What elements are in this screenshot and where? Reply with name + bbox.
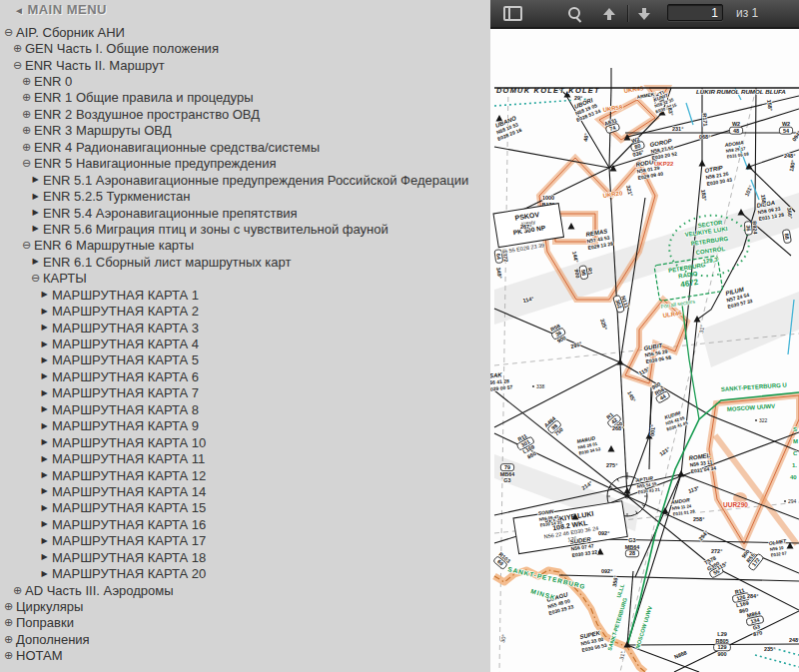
map-label: UUR290 [723,501,748,508]
expand-icon[interactable]: ⊕ [11,585,24,596]
tree-item[interactable]: ⊖КАРТЫ [0,271,490,287]
spot-elevation-dot [532,385,534,387]
tree-item-label: МАРШРУТНАЯ КАРТА 5 [51,352,199,367]
collapse-icon[interactable]: ⊖ [20,158,33,169]
tree-item[interactable]: ⊕AD Часть III. Аэродромы [0,582,490,598]
map-label: 267° [520,224,531,230]
tree-item[interactable]: ▶ENR 5.6 Миграция птиц и зоны с чувствит… [0,221,490,237]
tree-item[interactable]: ▶МАРШРУТНАЯ КАРТА 18 [0,549,490,565]
tree-item-label: МАРШРУТНАЯ КАРТА 20 [51,566,206,581]
tree-item[interactable]: ▶МАРШРУТНАЯ КАРТА 5 [0,352,490,368]
tree-item[interactable]: ⊕Дополнения [0,631,490,647]
tree-item[interactable]: ▶МАРШРУТНАЯ КАРТА 16 [0,516,490,532]
tree-item[interactable]: ⊕НОТАМ [0,648,490,664]
route-badge: B92436 [744,221,758,236]
tree-item[interactable]: ⊕Циркуляры [0,598,490,614]
tree-item[interactable]: ⊕ENR 1 Общие правила и процедуры [0,90,490,106]
map-label: S [793,426,797,432]
tree-item[interactable]: ⊕ENR 2 Воздушное пространство ОВД [0,106,490,122]
tree-item[interactable]: ▶МАРШРУТНАЯ КАРТА 9 [0,418,490,434]
tree-item[interactable]: ▶МАРШРУТНАЯ КАРТА 12 [0,467,490,483]
badge-text: 900 [717,651,726,657]
collapse-icon[interactable]: ⊖ [11,60,24,71]
map-label: 248° [784,153,795,159]
tree-item-label: МАРШРУТНАЯ КАРТА 4 [51,336,199,351]
tree-item[interactable]: ▶МАРШРУТНАЯ КАРТА 6 [0,368,490,384]
badge-text: 28 [629,550,635,556]
document-page[interactable]: A83174W280W248W254R198900R5838900900R584… [490,29,799,672]
tree-item[interactable]: ⊕GEN Часть I. Общие положения [0,40,490,56]
next-page-button[interactable] [631,0,657,27]
map-label: 001° [649,424,656,436]
tree-item[interactable]: ▶МАРШРУТНАЯ КАРТА 2 [0,303,490,319]
tree-item-label: МАРШРУТНАЯ КАРТА 8 [51,402,199,417]
tree-item-label: ENR 1 Общие правила и процедуры [33,90,253,105]
tree-item[interactable]: ▶МАРШРУТНАЯ КАРТА 17 [0,533,490,549]
leaf-arrow-icon: ▶ [38,487,51,495]
page-number-input[interactable] [667,4,723,21]
arrow-down-icon [637,7,651,21]
map-label: 068° [699,134,710,140]
tree-item[interactable]: ⊕ENR 4 Радионавигационные средства/систе… [0,139,490,155]
tree-item[interactable]: ▶МАРШРУТНАЯ КАРТА 8 [0,401,490,417]
map-label: 258° [693,516,704,522]
tree-item[interactable]: ▶ENR 5.1 Аэронавигационные предупреждени… [0,172,490,188]
arrow-up-icon [602,7,616,21]
leaf-arrow-icon: ▶ [38,553,51,561]
tree-item[interactable]: ▶МАРШРУТНАЯ КАРТА 4 [0,336,490,351]
search-button[interactable] [562,0,588,27]
tree-item-label: МАРШРУТНАЯ КАРТА 9 [51,418,199,433]
expand-icon[interactable]: ⊕ [20,109,33,120]
badge-text: MB64 [500,471,516,477]
collapse-icon[interactable]: ⊖ [20,240,33,251]
previous-page-button[interactable] [596,0,622,27]
page-count-label: из 1 [736,6,758,20]
tree-item[interactable]: ⊖ENR 5 Навигационные предупреждения [0,156,490,172]
tree-item[interactable]: ⊕Поправки [0,615,490,631]
tree-item[interactable]: ▶МАРШРУТНАЯ КАРТА 3 [0,320,490,336]
tree-item-label: МАРШРУТНАЯ КАРТА 17 [51,533,206,548]
tree-item-label: ENR 4 Радионавигационные средства/систем… [33,140,320,155]
tree-item-label: МАРШРУТНАЯ КАРТА 15 [51,500,206,515]
tree-item[interactable]: ▶МАРШРУТНАЯ КАРТА 1 [0,287,490,303]
tree-item[interactable]: ▶МАРШРУТНАЯ КАРТА 15 [0,500,490,516]
tree-item-label: ENR 6.1 Сборный лист маршрутных карт [42,255,291,270]
tree-item[interactable]: ▶МАРШРУТНАЯ КАРТА 14 [0,483,490,499]
badge-text: R171 [701,113,708,127]
tree-item[interactable]: ▶МАРШРУТНАЯ КАРТА 10 [0,434,490,450]
tree-item[interactable]: ▶ENR 5.4 Аэронавигационные препятствия [0,205,490,221]
expand-icon[interactable]: ⊕ [2,650,15,661]
expand-icon[interactable]: ⊕ [20,92,33,103]
collapse-icon[interactable]: ⊖ [2,27,15,38]
expand-icon[interactable]: ⊕ [20,142,33,153]
tree-item[interactable]: ⊖ENR Часть II. Маршрут [0,57,490,73]
tree-item[interactable]: ⊕ENR 0 [0,73,490,89]
expand-icon[interactable]: ⊕ [11,43,24,54]
leaf-arrow-icon: ▶ [29,258,42,266]
sidebar-toggle-icon [503,6,522,21]
tree-item-label: МАРШРУТНАЯ КАРТА 1 [51,288,199,303]
expand-icon[interactable]: ⊕ [20,125,33,136]
map-label: 231° [672,126,683,132]
badge-text: 88 [783,233,790,240]
tree-item[interactable]: ⊖AIP. Сборник АНИ [0,24,490,40]
expand-icon[interactable]: ⊕ [2,601,15,612]
tree-item[interactable]: ▶ENR 6.1 Сборный лист маршрутных карт [0,254,490,270]
tree-item-label: МАРШРУТНАЯ КАРТА 18 [51,550,206,565]
tree-item[interactable]: ⊕ENR 3 Маршруты ОВД [0,123,490,139]
tree-item[interactable]: ▶МАРШРУТНАЯ КАРТА 11 [0,450,490,466]
expand-icon[interactable]: ⊕ [2,617,15,628]
map-label: 1. [792,462,797,468]
collapse-icon[interactable]: ⊖ [29,273,42,284]
expand-icon[interactable]: ⊕ [20,76,33,87]
tree-item[interactable]: ▶МАРШРУТНАЯ КАРТА 7 [0,385,490,401]
badge-text: 129 [717,644,726,650]
leaf-arrow-icon: ▶ [38,520,51,528]
tree-item[interactable]: ⊖ENR 6 Маршрутные карты [0,238,490,254]
tree-item[interactable]: ▶ENR 5.2.5 Туркменистан [0,188,490,204]
sidebar-toggle-button[interactable] [498,0,526,27]
main-menu-toggle[interactable]: ◄MAIN MENU [14,2,107,17]
map-label: 272° [711,548,722,554]
tree-item[interactable]: ▶МАРШРУТНАЯ КАРТА 20 [0,565,490,581]
expand-icon[interactable]: ⊕ [2,634,15,645]
